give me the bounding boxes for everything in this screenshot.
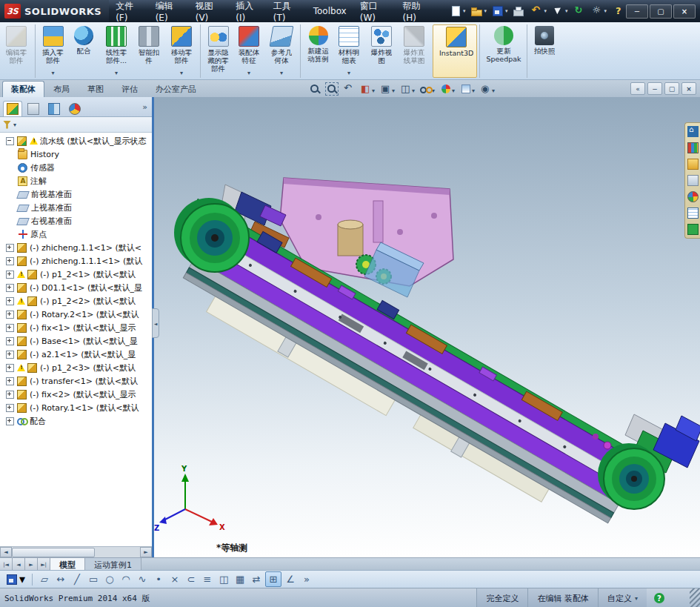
expand-icon[interactable] (6, 257, 14, 265)
panel-tab[interactable] (65, 101, 84, 116)
chevron-down-icon[interactable] (372, 82, 375, 96)
window-control-button[interactable] (626, 4, 648, 19)
tree-item[interactable]: 上视基准面 (0, 201, 152, 214)
sketch-tool-button[interactable]: ⊂ (184, 572, 199, 586)
ribbon-button[interactable]: 拍快照 (527, 24, 559, 78)
model-canvas[interactable]: Y X Z (154, 97, 700, 557)
chevron-down-icon[interactable]: ▾ (13, 122, 16, 128)
ribbon-button[interactable]: 新建运 动算例 (300, 24, 333, 78)
panel-splitter-handle[interactable]: ◄ (152, 308, 159, 338)
sketch-tool-button[interactable]: ↔ (53, 572, 68, 586)
tree-item[interactable]: 右视基准面 (0, 214, 152, 228)
ribbon-button[interactable]: 线性零 部件... (100, 24, 133, 78)
chevron-down-icon[interactable]: ▾ (544, 8, 547, 14)
panel-tab[interactable] (44, 101, 64, 116)
expand-icon[interactable] (6, 337, 14, 345)
menu-item[interactable]: Toolbox (307, 3, 353, 19)
chevron-down-icon[interactable] (115, 64, 118, 78)
sketch-tool-button[interactable]: ≡ (200, 572, 215, 586)
quick-toolbar-button[interactable] (570, 4, 587, 18)
scroll-left-button[interactable]: ◄ (0, 547, 12, 557)
chevron-down-icon[interactable]: ▾ (505, 8, 508, 14)
chevron-down-icon[interactable] (280, 64, 283, 78)
expand-icon[interactable] (6, 364, 14, 372)
tree-item[interactable]: 前视基准面 (0, 188, 152, 201)
expand-icon[interactable] (6, 417, 14, 425)
view-toolbar-button[interactable] (359, 81, 376, 96)
graphics-viewport[interactable]: Y X Z *等轴测 (154, 97, 700, 557)
chevron-down-icon[interactable]: ▾ (19, 572, 25, 586)
model-tab[interactable]: 运动算例1 (85, 558, 141, 571)
expand-icon[interactable] (6, 351, 14, 359)
expand-icon[interactable] (6, 284, 14, 292)
tab-nav-button[interactable] (0, 558, 13, 571)
quick-toolbar-button[interactable]: ▾ (528, 4, 548, 18)
tree-item[interactable]: (-) Base<1> (默认<默认_显 (0, 334, 152, 348)
sketch-tool-button[interactable]: ╱ (70, 572, 84, 586)
tree-item[interactable]: 注解 (0, 174, 152, 188)
filter-funnel-icon[interactable] (3, 121, 11, 129)
chevron-down-icon[interactable] (247, 64, 250, 78)
resize-grip[interactable] (690, 588, 700, 607)
sketch-tool-button[interactable]: » (299, 572, 314, 586)
task-pane-tab-icon[interactable] (687, 142, 699, 153)
command-tab[interactable]: 布局 (44, 81, 79, 97)
sketch-tool-button[interactable]: ⇄ (249, 572, 264, 586)
ribbon-button[interactable]: 显示隐 藏的零 部件 (200, 24, 233, 78)
tab-nav-button[interactable] (13, 558, 25, 571)
ribbon-button[interactable]: 配合 (67, 24, 100, 78)
chevron-down-icon[interactable] (347, 64, 350, 78)
tree-item[interactable]: (-) zhicheng.1.1<1> (默认< (0, 241, 152, 254)
sketch-tool-button[interactable]: × (167, 572, 182, 586)
window-control-button[interactable] (650, 4, 672, 19)
model-tab[interactable]: 模型 (50, 558, 85, 571)
quick-toolbar-button[interactable]: ▾ (588, 4, 608, 18)
sketch-tool-button[interactable]: • (151, 572, 166, 586)
panel-horizontal-scrollbar[interactable]: ◄ ► (0, 546, 152, 557)
chevron-down-icon[interactable] (452, 82, 455, 96)
ribbon-button[interactable]: 移动零 部件 (165, 24, 198, 78)
task-pane-tab-icon[interactable] (687, 175, 699, 186)
tree-item[interactable]: (-) a2.1<1> (默认<默认_显 (0, 348, 152, 361)
tree-item[interactable]: 原点 (0, 228, 152, 241)
view-toolbar-button[interactable] (439, 81, 456, 96)
scroll-right-button[interactable]: ► (140, 547, 152, 557)
tab-nav-button[interactable] (25, 558, 38, 571)
expand-icon[interactable] (6, 311, 14, 319)
ribbon-button[interactable]: Instant3D (433, 24, 477, 78)
expand-icon[interactable] (6, 244, 14, 252)
expand-icon[interactable] (6, 271, 14, 279)
chevron-down-icon[interactable] (51, 64, 54, 78)
chevron-down-icon[interactable]: ▾ (484, 8, 487, 14)
tree-item[interactable]: (-) p1_2<3> (默认<默认 (0, 361, 152, 374)
tree-item[interactable]: (-) Rotary.2<1> (默认<默认 (0, 308, 152, 321)
quick-toolbar-button[interactable]: ▾ (550, 4, 570, 18)
task-pane-tab-icon[interactable] (687, 126, 699, 137)
chevron-down-icon[interactable] (472, 82, 475, 96)
view-toolbar-button[interactable] (324, 82, 339, 96)
sketch-tool-button[interactable]: ○ (102, 572, 117, 586)
document-window-button[interactable] (664, 82, 679, 95)
tree-item[interactable]: (-) p1_2<1> (默认<默认 (0, 268, 152, 281)
status-custom-menu[interactable]: 自定义 ▾ (598, 588, 647, 607)
tree-item[interactable]: History (0, 147, 152, 161)
expand-icon[interactable] (6, 404, 14, 412)
tree-item[interactable]: 配合 (0, 414, 152, 428)
view-toolbar-button[interactable] (307, 82, 322, 96)
sketch-tool-button[interactable]: ◠ (119, 572, 133, 586)
ribbon-button[interactable]: 爆炸视 图 (365, 24, 398, 78)
document-window-button[interactable] (647, 82, 662, 95)
tab-nav-button[interactable] (38, 558, 50, 571)
task-pane-tab-icon[interactable] (687, 208, 699, 219)
view-toolbar-button[interactable] (419, 81, 436, 96)
quick-tips-icon[interactable]: ? (654, 593, 664, 603)
view-toolbar-button[interactable] (379, 81, 396, 96)
tree-root-item[interactable]: 流水线 (默认<默认_显示状态 (0, 134, 152, 147)
view-toolbar-button[interactable] (479, 81, 496, 96)
view-toolbar-button[interactable] (341, 82, 356, 96)
ribbon-button[interactable]: 插入零 部件 (35, 24, 67, 78)
view-toolbar-button[interactable] (399, 81, 416, 96)
tree-item[interactable]: 传感器 (0, 161, 152, 174)
window-control-button[interactable] (673, 4, 696, 19)
chevron-down-icon[interactable] (412, 82, 415, 96)
